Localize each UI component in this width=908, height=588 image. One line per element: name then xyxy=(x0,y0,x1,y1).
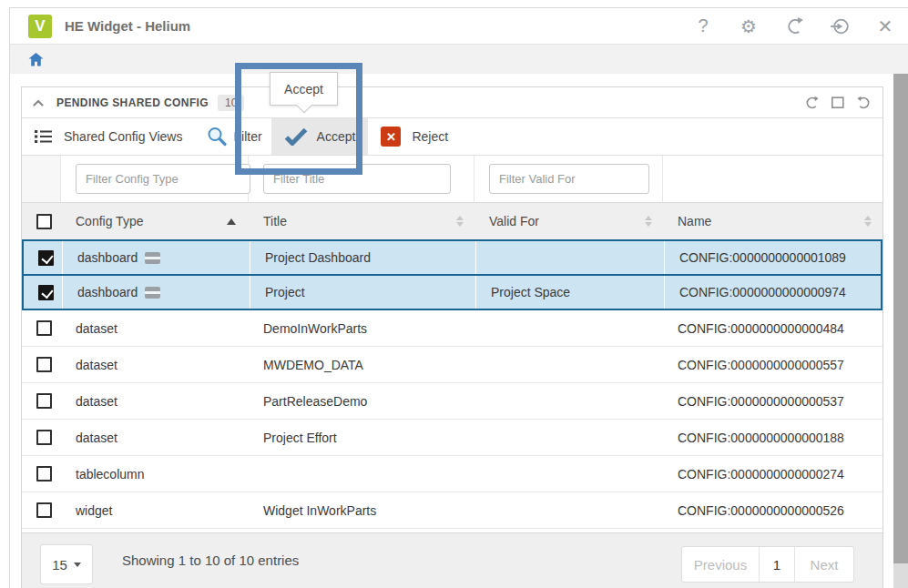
config-type-value: widget xyxy=(76,503,112,518)
title-value: Project Effort xyxy=(263,431,337,445)
table-header: Config Type Title Valid For Name xyxy=(22,203,882,239)
next-page-button[interactable]: Next xyxy=(795,547,853,582)
pending-shared-config-panel: PENDING SHARED CONFIG 10 xyxy=(21,86,883,588)
dashboard-icon xyxy=(145,252,160,264)
list-icon[interactable] xyxy=(35,129,53,144)
title-value: DemoInWorkParts xyxy=(263,321,367,336)
help-icon[interactable]: ? xyxy=(693,16,713,36)
column-label: Name xyxy=(678,214,711,228)
app-window: V HE Widget - Helium ? ⚙ ✕ xyxy=(9,7,908,588)
table-row[interactable]: dataset MWDEMO_DATA CONFIG:0000000000000… xyxy=(22,347,882,383)
home-icon[interactable] xyxy=(28,53,44,66)
entries-summary: Showing 1 to 10 of 10 entries xyxy=(122,553,299,568)
title-value: PartReleaseDemo xyxy=(263,394,367,409)
sort-icon xyxy=(456,216,464,227)
filter-button[interactable]: Filter xyxy=(233,129,261,144)
accept-tooltip: Accept xyxy=(270,72,338,106)
reject-x-icon: ✕ xyxy=(381,127,401,147)
close-icon[interactable]: ✕ xyxy=(875,16,895,36)
column-header-title[interactable]: Title xyxy=(249,203,474,239)
name-value: CONFIG:0000000000001089 xyxy=(679,250,846,265)
name-value: CONFIG:0000000000000188 xyxy=(678,431,844,445)
panel-header-actions xyxy=(804,96,872,110)
filter-valid-for-input[interactable] xyxy=(489,164,649,194)
config-type-value: dataset xyxy=(76,431,117,445)
shared-config-views-button[interactable]: Shared Config Views xyxy=(64,129,182,144)
column-header-valid-for[interactable]: Valid For xyxy=(474,203,663,239)
select-all-checkbox[interactable] xyxy=(36,214,52,229)
previous-page-button[interactable]: Previous xyxy=(682,547,759,582)
config-type-value: dashboard xyxy=(77,285,138,299)
row-checkbox[interactable] xyxy=(36,357,52,372)
table-row[interactable]: dashboard Project Project Space CONFIG:0… xyxy=(22,276,882,310)
sign-in-icon[interactable] xyxy=(830,16,850,36)
app-title: HE Widget - Helium xyxy=(65,18,190,34)
pagination: Previous 1 Next xyxy=(681,546,854,583)
column-header-name[interactable]: Name xyxy=(663,203,882,239)
row-checkbox[interactable] xyxy=(36,320,52,336)
accept-button[interactable]: Accept xyxy=(271,118,369,155)
current-page-button[interactable]: 1 xyxy=(759,547,795,582)
table-row[interactable]: dataset Project Effort CONFIG:0000000000… xyxy=(22,420,882,456)
filter-title-input[interactable] xyxy=(263,164,451,194)
collapse-chevron-icon[interactable] xyxy=(33,99,44,106)
reject-button-label: Reject xyxy=(412,129,448,144)
name-value: CONFIG:0000000000000537 xyxy=(678,394,844,409)
app-logo: V xyxy=(28,15,52,38)
config-type-value: dataset xyxy=(76,321,117,336)
table-body: dashboard Project Dashboard CONFIG:00000… xyxy=(22,239,882,529)
row-checkbox[interactable] xyxy=(38,285,54,300)
name-value: CONFIG:0000000000000484 xyxy=(678,321,844,336)
page-size-dropdown[interactable]: 15 xyxy=(40,544,93,584)
row-checkbox[interactable] xyxy=(38,250,54,266)
refresh-icon[interactable] xyxy=(784,16,804,36)
panel-title: PENDING SHARED CONFIG xyxy=(56,96,209,109)
valid-for-value: Project Space xyxy=(491,285,570,299)
name-value: CONFIG:0000000000000274 xyxy=(678,467,844,482)
sync-icon[interactable] xyxy=(804,96,819,110)
table-footer: 15 Showing 1 to 10 of 10 entries Previou… xyxy=(22,532,882,588)
sort-ascending-icon xyxy=(227,218,236,225)
vertical-scrollbar[interactable] xyxy=(893,74,908,588)
column-header-config-type[interactable]: Config Type xyxy=(61,203,249,239)
title-value: MWDEMO_DATA xyxy=(263,358,363,372)
filter-cell-name xyxy=(663,156,882,202)
table-row[interactable]: dashboard Project Dashboard CONFIG:00000… xyxy=(22,239,882,276)
panel-toolbar: Shared Config Views Filter Accept ✕ Reje… xyxy=(22,118,882,156)
page-size-value: 15 xyxy=(52,557,67,573)
table-row[interactable]: dataset DemoInWorkParts CONFIG:000000000… xyxy=(22,310,882,347)
column-label: Title xyxy=(263,214,287,228)
filter-cell-title xyxy=(249,156,474,202)
row-checkbox[interactable] xyxy=(36,466,52,482)
table-row[interactable]: tablecolumn CONFIG:0000000000000274 xyxy=(22,456,882,492)
sort-icon xyxy=(864,216,872,227)
config-type-value: dashboard xyxy=(77,250,138,265)
breadcrumb-bar xyxy=(10,45,908,74)
maximize-icon[interactable] xyxy=(831,96,845,110)
table-row[interactable]: dataset PartReleaseDemo CONFIG:000000000… xyxy=(22,383,882,420)
accept-tooltip-label: Accept xyxy=(284,82,323,96)
chevron-down-icon xyxy=(74,563,81,567)
filter-magnifier-icon[interactable] xyxy=(206,126,228,147)
table-row[interactable]: widget Widget InWorkParts CONFIG:0000000… xyxy=(22,492,882,529)
title-value: Widget InWorkParts xyxy=(263,503,376,518)
column-label: Valid For xyxy=(489,214,539,228)
filter-cell-valid-for xyxy=(474,156,663,202)
undo-icon[interactable] xyxy=(857,96,872,110)
reject-button[interactable]: ✕ Reject xyxy=(381,127,448,147)
panel-header: PENDING SHARED CONFIG 10 xyxy=(22,87,882,118)
column-label: Config Type xyxy=(76,214,143,228)
row-checkbox[interactable] xyxy=(36,430,52,445)
scrollbar-thumb[interactable] xyxy=(893,74,908,563)
accept-button-label: Accept xyxy=(317,129,356,144)
row-checkbox[interactable] xyxy=(36,502,52,518)
row-checkbox[interactable] xyxy=(36,393,52,409)
count-badge: 10 xyxy=(218,95,244,111)
name-value: CONFIG:0000000000000974 xyxy=(679,285,846,299)
filter-row xyxy=(22,156,882,203)
settings-gear-icon[interactable]: ⚙ xyxy=(739,16,759,36)
title-value: Project xyxy=(265,285,305,299)
title-value: Project Dashboard xyxy=(265,250,371,265)
filter-config-type-input[interactable] xyxy=(76,164,250,194)
config-type-value: dataset xyxy=(76,394,117,409)
